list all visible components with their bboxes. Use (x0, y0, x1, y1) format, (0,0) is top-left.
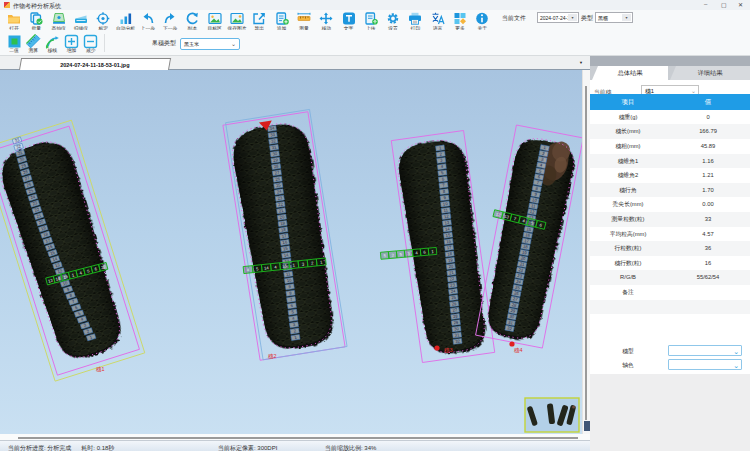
svg-text:穗1: 穗1 (96, 366, 105, 373)
svg-text:穗2: 穗2 (268, 353, 277, 360)
svg-text:穗3: 穗3 (444, 347, 453, 354)
svg-text:穗4: 穗4 (514, 347, 523, 354)
